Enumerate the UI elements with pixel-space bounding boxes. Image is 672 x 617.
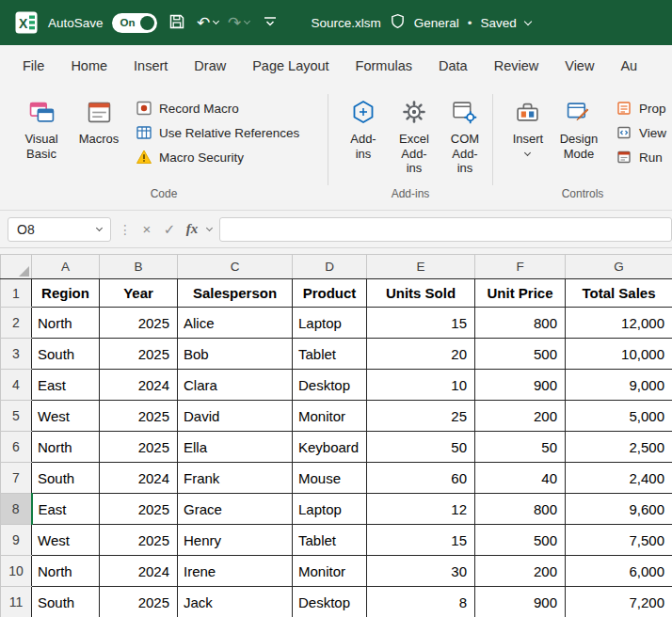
- name-box[interactable]: O8: [8, 217, 111, 242]
- row-header-1[interactable]: 1: [1, 279, 32, 308]
- cell-G11[interactable]: 7,200: [566, 587, 672, 617]
- redo-button[interactable]: ↷: [228, 8, 250, 37]
- tab-data[interactable]: Data: [425, 58, 481, 73]
- tab-page-layout[interactable]: Page Layout: [239, 58, 342, 73]
- column-header-E[interactable]: E: [367, 255, 475, 279]
- save-status-chevron-icon[interactable]: [524, 17, 532, 24]
- visual-basic-button[interactable]: Visual Basic: [9, 94, 73, 165]
- cell-E2[interactable]: 15: [367, 308, 475, 339]
- cancel-icon[interactable]: ×: [139, 221, 154, 237]
- cell-E3[interactable]: 20: [367, 339, 475, 370]
- cell-D2[interactable]: Laptop: [293, 308, 367, 339]
- cell-E9[interactable]: 15: [367, 525, 475, 556]
- cell-F10[interactable]: 200: [475, 556, 566, 587]
- cell-B5[interactable]: 2025: [100, 401, 178, 432]
- cell-B11[interactable]: 2025: [100, 587, 178, 617]
- cell-E5[interactable]: 25: [367, 401, 475, 432]
- cell-E4[interactable]: 10: [367, 370, 475, 401]
- autosave-toggle[interactable]: On: [112, 13, 157, 33]
- cell-D4[interactable]: Desktop: [293, 370, 367, 401]
- sensitivity-shield-icon[interactable]: [390, 13, 406, 32]
- cell-A8[interactable]: East: [32, 494, 100, 525]
- column-header-C[interactable]: C: [178, 255, 293, 279]
- customize-toolbar-button[interactable]: [259, 8, 281, 37]
- cell-B10[interactable]: 2024: [100, 556, 178, 587]
- column-header-G[interactable]: G: [566, 255, 672, 279]
- cell-D6[interactable]: Keyboard: [293, 432, 367, 463]
- formula-bar-drag-handle[interactable]: ⋮: [119, 222, 132, 237]
- cell-G5[interactable]: 5,000: [566, 401, 672, 432]
- tab-insert[interactable]: Insert: [120, 58, 181, 73]
- row-header-3[interactable]: 3: [1, 339, 32, 370]
- row-header-6[interactable]: 6: [1, 432, 32, 463]
- cell-C3[interactable]: Bob: [178, 339, 293, 370]
- cell-C9[interactable]: Henry: [178, 525, 293, 556]
- cell-A11[interactable]: South: [32, 587, 100, 617]
- excel-logo-icon[interactable]: X: [13, 9, 40, 36]
- macro-security-button[interactable]: Macro Security: [136, 149, 299, 166]
- cell-D8[interactable]: Laptop: [293, 494, 367, 525]
- cell-B3[interactable]: 2025: [100, 339, 178, 370]
- add-ins-button[interactable]: Add-ins: [338, 94, 389, 165]
- cell-E7[interactable]: 60: [367, 463, 475, 494]
- cell-A3[interactable]: South: [32, 339, 100, 370]
- save-button[interactable]: [166, 8, 188, 37]
- design-mode-button[interactable]: Design Mode: [553, 94, 604, 165]
- macros-button[interactable]: Macros: [73, 94, 124, 150]
- cell-D7[interactable]: Mouse: [293, 463, 367, 494]
- row-header-9[interactable]: 9: [1, 525, 32, 556]
- cell-B4[interactable]: 2024: [100, 370, 178, 401]
- insert-control-button[interactable]: Insert: [503, 94, 553, 159]
- name-box-chevron-icon[interactable]: [96, 224, 103, 230]
- properties-button[interactable]: Prop: [616, 100, 666, 117]
- cell-F3[interactable]: 500: [475, 339, 566, 370]
- cell-B9[interactable]: 2025: [100, 525, 178, 556]
- tab-formulas[interactable]: Formulas: [343, 58, 425, 73]
- cell-G4[interactable]: 9,000: [566, 370, 672, 401]
- undo-button[interactable]: ↶: [197, 8, 219, 37]
- cell-B2[interactable]: 2025: [100, 308, 178, 339]
- cell-C8[interactable]: Grace: [178, 494, 293, 525]
- cell-C7[interactable]: Frank: [178, 463, 293, 494]
- cell-E6[interactable]: 50: [367, 432, 475, 463]
- tab-review[interactable]: Review: [481, 58, 552, 73]
- save-status[interactable]: Saved: [481, 16, 517, 30]
- cell-D10[interactable]: Monitor: [293, 556, 367, 587]
- enter-icon[interactable]: ✓: [162, 221, 177, 238]
- row-header-2[interactable]: 2: [1, 308, 32, 339]
- cell-A1[interactable]: Region: [32, 279, 100, 308]
- tab-view[interactable]: View: [552, 58, 607, 73]
- cell-G6[interactable]: 2,500: [566, 432, 672, 463]
- cell-A4[interactable]: East: [32, 370, 100, 401]
- cell-F2[interactable]: 800: [475, 308, 566, 339]
- cell-E8[interactable]: 12: [367, 494, 475, 525]
- tab-home[interactable]: Home: [57, 58, 120, 73]
- tab-file[interactable]: File: [9, 58, 57, 73]
- cell-G3[interactable]: 10,000: [566, 339, 672, 370]
- cell-G8[interactable]: 9,600: [566, 494, 672, 525]
- file-name[interactable]: Source.xlsm: [312, 16, 381, 30]
- row-header-5[interactable]: 5: [1, 401, 32, 432]
- cell-F6[interactable]: 50: [475, 432, 566, 463]
- cell-E11[interactable]: 8: [367, 587, 475, 617]
- cell-E10[interactable]: 30: [367, 556, 475, 587]
- row-header-11[interactable]: 11: [1, 587, 32, 617]
- cell-B1[interactable]: Year: [100, 279, 178, 308]
- cell-D9[interactable]: Tablet: [293, 525, 367, 556]
- row-header-4[interactable]: 4: [1, 370, 32, 401]
- cell-C6[interactable]: Ella: [178, 432, 293, 463]
- cell-F4[interactable]: 900: [475, 370, 566, 401]
- com-add-ins-button[interactable]: COM Add-ins: [440, 94, 490, 180]
- row-header-10[interactable]: 10: [1, 556, 32, 587]
- column-header-A[interactable]: A: [32, 255, 100, 279]
- cell-A6[interactable]: North: [32, 432, 100, 463]
- use-relative-references-button[interactable]: Use Relative References: [136, 124, 299, 141]
- cell-F9[interactable]: 500: [475, 525, 566, 556]
- cell-F1[interactable]: Unit Price: [475, 279, 566, 308]
- insert-function-chevron-icon[interactable]: [206, 224, 213, 230]
- insert-function-icon[interactable]: fx: [184, 221, 200, 237]
- column-header-F[interactable]: F: [475, 255, 566, 279]
- cell-A9[interactable]: West: [32, 525, 100, 556]
- cell-A5[interactable]: West: [32, 401, 100, 432]
- cell-B7[interactable]: 2024: [100, 463, 178, 494]
